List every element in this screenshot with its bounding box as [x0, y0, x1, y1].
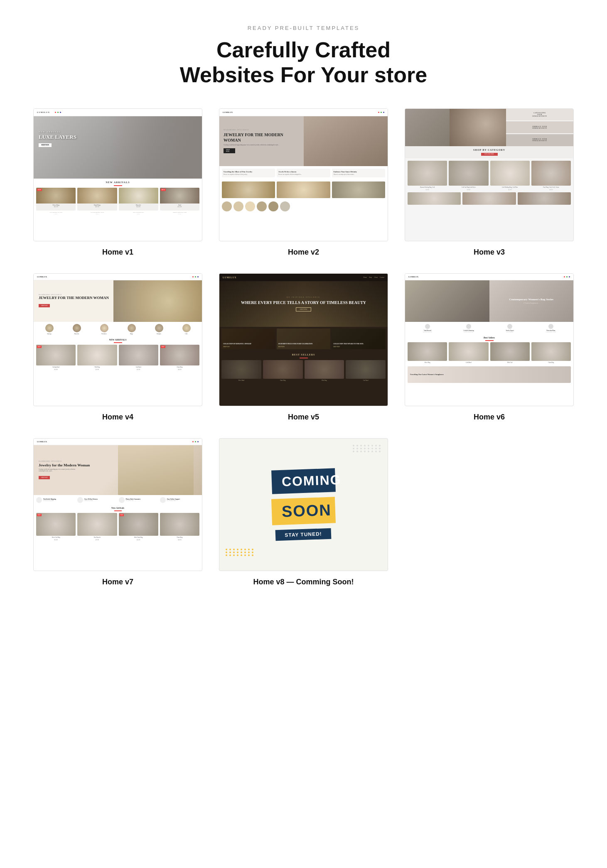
template-preview-v5[interactable]: LUMILUX HomeShopAboutContact BE INSPIRED…: [219, 273, 388, 406]
template-preview-v2[interactable]: LUMILUX WARDROBE OPULENCE JEWELRY FOR TH…: [219, 108, 388, 241]
templates-grid: LUMILUX NEW ARRIVAL LUXE LAYERS SHOP NOW…: [33, 108, 574, 586]
template-card-v8[interactable]: COMING SOON STAY TUNED! Home v8 — Commin…: [219, 438, 388, 586]
v6-promo-banner[interactable]: Unveiling Our Latest Women's Sunglasses: [408, 366, 571, 383]
v3-category-section: SHOP BY CATEGORY EXPLORE MORE: [405, 146, 573, 158]
v5-label: Home v5: [288, 413, 319, 422]
v6-hero-image-left: [405, 280, 489, 322]
v1-product-2[interactable]: Band Ring$18.00: [77, 188, 117, 211]
v2-small-items: [219, 200, 388, 213]
v7-topbar: LUMILUX: [34, 439, 202, 445]
v7-hero-image: [118, 445, 194, 495]
v1-label: Home v1: [102, 248, 133, 257]
v4-products: NEWSterling Band$14.00 Wide Ring$18.00 C…: [34, 345, 202, 373]
page-header: READY PRE-BUILT TEMPLATES Carefully Craf…: [33, 25, 574, 88]
v6-products: Silver Ring Gold Band Wide Cuff Chain Ri…: [405, 342, 573, 364]
v1-hero-image: [109, 116, 202, 179]
v3-products: Diamond Sterling Ring, Gold$14.00 Gold C…: [405, 158, 573, 192]
v1-product-1[interactable]: NEWSilver Ring$12.00: [36, 188, 76, 211]
v7-products: NEWSilver Cuff Ring$14.00 Fine Bracelet$…: [34, 513, 202, 543]
template-preview-v3[interactable]: CAPTIVATINGYOURINNER DIVINITY EMBRACE YO…: [405, 108, 574, 241]
v3-label: Home v3: [474, 248, 505, 257]
v4-hero-text: WARDROBE OPULENCE JEWELRY FOR THE MODERN…: [34, 290, 114, 312]
template-preview-v7[interactable]: LUMILUX WARDROBE OPULENCE Jewelry for th…: [33, 438, 202, 571]
v4-categories: Earrings Bracelets Necklaces Rings Hairp…: [34, 322, 202, 337]
v8-label: Home v8 — Comming Soon!: [253, 578, 354, 586]
v8-stay-tuned-text: STAY TUNED!: [275, 528, 332, 541]
v6-label: Home v6: [474, 413, 505, 422]
v7-hero-text: WARDROBE OPULENCE Jewelry for the Modern…: [34, 456, 95, 484]
v8-dots-top: [353, 445, 381, 452]
template-preview-v6[interactable]: LUMILUX Contemporary Women's Bag Series …: [405, 273, 574, 406]
v4-hero-image: [113, 280, 202, 322]
v8-coming-text: COMING: [271, 468, 336, 494]
template-card-v1[interactable]: LUMILUX NEW ARRIVAL LUXE LAYERS SHOP NOW…: [33, 108, 202, 257]
v1-hero: NEW ARRIVAL LUXE LAYERS SHOP NOW: [34, 116, 202, 179]
page-wrapper: READY PRE-BUILT TEMPLATES Carefully Craf…: [0, 0, 607, 620]
v6-topbar: LUMILUX: [405, 274, 573, 280]
v5-products: Silver Band Chain Ring Wide Ring Cuff Ba…: [219, 360, 388, 385]
v2-products: [219, 180, 388, 200]
v5-collections: COLLECTION OF ROMANTIC JEWELRYSHOP NOW S…: [219, 327, 388, 351]
v2-features: Unveiling the Allure of Fine JewelryBrow…: [219, 166, 388, 180]
v4-topbar: LUMILUX: [34, 274, 202, 280]
template-preview-v4[interactable]: LUMILUX WARDROBE OPULENCE JEWELRY FOR TH…: [33, 273, 202, 406]
v2-label: Home v2: [288, 248, 319, 257]
v3-hero-image: [405, 109, 506, 146]
template-card-v7[interactable]: LUMILUX WARDROBE OPULENCE Jewelry for th…: [33, 438, 202, 586]
v8-soon-text: SOON: [271, 497, 336, 525]
template-card-v4[interactable]: LUMILUX WARDROBE OPULENCE JEWELRY FOR TH…: [33, 273, 202, 422]
v6-hero: Contemporary Women's Bag Series A Timele…: [405, 280, 573, 322]
page-title: Carefully Crafted Websites For Your stor…: [33, 38, 574, 88]
template-card-v6[interactable]: LUMILUX Contemporary Women's Bag Series …: [405, 273, 574, 422]
page-subtitle: READY PRE-BUILT TEMPLATES: [33, 25, 574, 31]
v3-top-right: CAPTIVATINGYOURINNER DIVINITY EMBRACE YO…: [506, 109, 573, 146]
v2-hero-left: WARDROBE OPULENCE JEWELRY FOR THE MODERN…: [219, 116, 304, 166]
v7-features: Worldwide ShippingTravel above all locat…: [34, 495, 202, 505]
template-preview-v8: COMING SOON STAY TUNED!: [219, 438, 388, 571]
v8-dots-bottom: [226, 549, 254, 556]
v3-top-row: CAPTIVATINGYOURINNER DIVINITY EMBRACE YO…: [405, 109, 573, 146]
v2-hero-image: [304, 116, 388, 166]
v5-hero: BE INSPIRED OPULENCE WHERE EVERY PIECE T…: [219, 281, 388, 327]
v4-hero: WARDROBE OPULENCE JEWELRY FOR THE MODERN…: [34, 280, 202, 322]
v6-hero-right: Contemporary Women's Bag Series A Timele…: [489, 280, 574, 322]
v1-products: NEWSilver Ring$12.00 Band Ring$18.00 Bra…: [34, 188, 202, 211]
v2-hero: WARDROBE OPULENCE JEWELRY FOR THE MODERN…: [219, 116, 388, 166]
v3-accessories: [405, 192, 573, 207]
v6-features: Vault RewardEarn points with every Credi…: [405, 322, 573, 335]
v1-topbar: LUMILUX: [34, 109, 202, 116]
v5-topbar: LUMILUX HomeShopAboutContact: [219, 274, 388, 281]
template-preview-v1[interactable]: LUMILUX NEW ARRIVAL LUXE LAYERS SHOP NOW…: [33, 108, 202, 241]
v1-product-4[interactable]: NEWStud$32.00: [160, 188, 199, 211]
v4-label: Home v4: [102, 413, 133, 422]
template-card-v3[interactable]: CAPTIVATINGYOURINNER DIVINITY EMBRACE YO…: [405, 108, 574, 257]
v1-product-3[interactable]: Bracelet$24.00: [119, 188, 158, 211]
v2-topbar: LUMILUX: [219, 109, 388, 116]
v7-label: Home v7: [102, 578, 133, 586]
v7-hero: WARDROBE OPULENCE Jewelry for the Modern…: [34, 445, 202, 495]
v1-hero-text: NEW ARRIVAL LUXE LAYERS SHOP NOW: [39, 131, 76, 147]
template-card-v2[interactable]: LUMILUX WARDROBE OPULENCE JEWELRY FOR TH…: [219, 108, 388, 257]
template-card-v5[interactable]: LUMILUX HomeShopAboutContact BE INSPIRED…: [219, 273, 388, 422]
